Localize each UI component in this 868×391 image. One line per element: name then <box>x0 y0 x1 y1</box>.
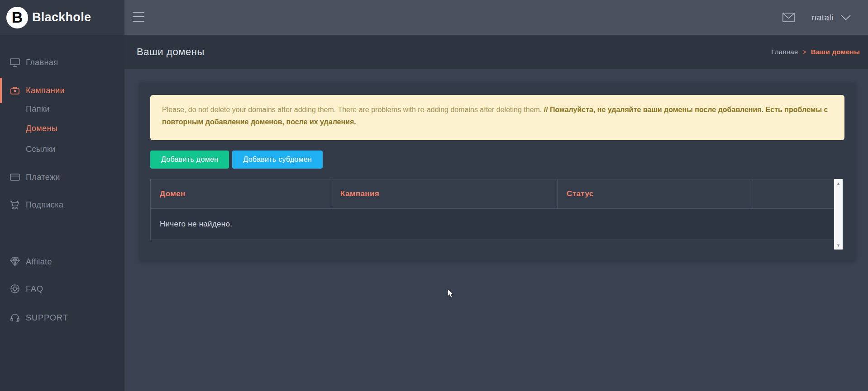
breadcrumb: Главная > Ваши домены <box>771 48 860 56</box>
app-window: B Blackhole Главная Кампании <box>0 0 868 391</box>
sidebar-item-label: Папки <box>26 104 50 114</box>
sidebar-item-faq[interactable]: FAQ <box>0 276 124 301</box>
table-scroll-area: Домен Кампания Статус Ничего не найдено. <box>150 179 834 250</box>
page-header: Ваши домены Главная > Ваши домены <box>124 35 868 69</box>
actions-row: Добавить домен Добавить субдомен <box>150 151 323 169</box>
diamond-icon <box>10 256 20 267</box>
menu-bar <box>133 21 144 22</box>
column-header-campaign: Кампания <box>331 179 558 208</box>
table-row: Ничего не найдено. <box>150 209 834 240</box>
breadcrumb-current: Ваши домены <box>811 48 860 56</box>
sidebar-item-label: Кампании <box>26 86 65 95</box>
sidebar-item-label: Ссылки <box>26 145 56 154</box>
add-domain-button[interactable]: Добавить домен <box>150 151 229 169</box>
sidebar-item-links[interactable]: Ссылки <box>0 139 124 159</box>
sidebar-item-folders[interactable]: Папки <box>0 99 124 119</box>
scroll-down-icon[interactable]: ▼ <box>834 241 843 249</box>
headset-icon <box>10 312 20 323</box>
sidebar-header: B Blackhole <box>0 0 124 35</box>
sidebar-item-payments[interactable]: Платежи <box>0 165 124 190</box>
column-header-status: Статус <box>558 179 753 208</box>
table-header-row: Домен Кампания Статус <box>150 179 834 209</box>
column-header-actions <box>753 179 834 208</box>
breadcrumb-separator-icon: > <box>802 48 806 56</box>
sidebar-item-subscription[interactable]: Подписка <box>0 192 124 217</box>
mouse-cursor-icon <box>447 288 454 299</box>
topbar: natali <box>124 0 868 35</box>
sidebar-item-affiliate[interactable]: Affilate <box>0 249 124 274</box>
chevron-down-icon[interactable] <box>841 15 851 20</box>
sidebar-item-label: FAQ <box>26 284 43 294</box>
sidebar-item-main[interactable]: Главная <box>0 50 124 75</box>
monitor-icon <box>10 57 20 68</box>
sidebar-item-label: SUPPORT <box>26 313 68 323</box>
menu-bar <box>133 16 144 17</box>
domains-panel: Please, do not delete your domains after… <box>139 83 855 260</box>
menu-icon[interactable] <box>133 12 144 22</box>
mail-icon[interactable] <box>782 13 795 22</box>
username[interactable]: natali <box>812 13 834 23</box>
breadcrumb-home-link[interactable]: Главная <box>771 48 798 56</box>
sidebar-item-label: Платежи <box>26 173 60 182</box>
empty-message: Ничего не найдено. <box>160 220 232 229</box>
warning-text-en: Please, do not delete your domains after… <box>162 106 544 113</box>
sidebar-item-support[interactable]: SUPPORT <box>0 305 124 330</box>
menu-bar <box>133 12 144 13</box>
blackhole-logo-icon[interactable]: B <box>6 7 28 28</box>
briefcase-icon <box>10 85 20 96</box>
sidebar: B Blackhole Главная Кампании <box>0 0 124 391</box>
sidebar-item-label: Подписка <box>26 200 63 210</box>
sidebar-item-label: Домены <box>26 124 57 133</box>
brand-name: Blackhole <box>32 10 91 24</box>
sidebar-item-label: Главная <box>26 58 58 67</box>
credit-card-icon <box>10 172 20 183</box>
domains-table: Домен Кампания Статус Ничего не найдено.… <box>150 179 843 250</box>
life-ring-icon <box>10 283 20 294</box>
vertical-scrollbar[interactable]: ▲ ▼ <box>834 179 843 250</box>
cart-plus-icon <box>10 199 20 210</box>
topbar-right: natali <box>782 0 868 35</box>
add-subdomain-button[interactable]: Добавить субдомен <box>232 151 323 169</box>
column-header-domain: Домен <box>151 179 331 208</box>
sidebar-item-domains[interactable]: Домены <box>0 118 124 138</box>
page-title: Ваши домены <box>137 46 205 58</box>
sidebar-item-label: Affilate <box>26 257 52 267</box>
scroll-up-icon[interactable]: ▲ <box>834 179 843 187</box>
logo-letter: B <box>12 9 23 26</box>
warning-banner: Please, do not delete your domains after… <box>150 95 844 140</box>
